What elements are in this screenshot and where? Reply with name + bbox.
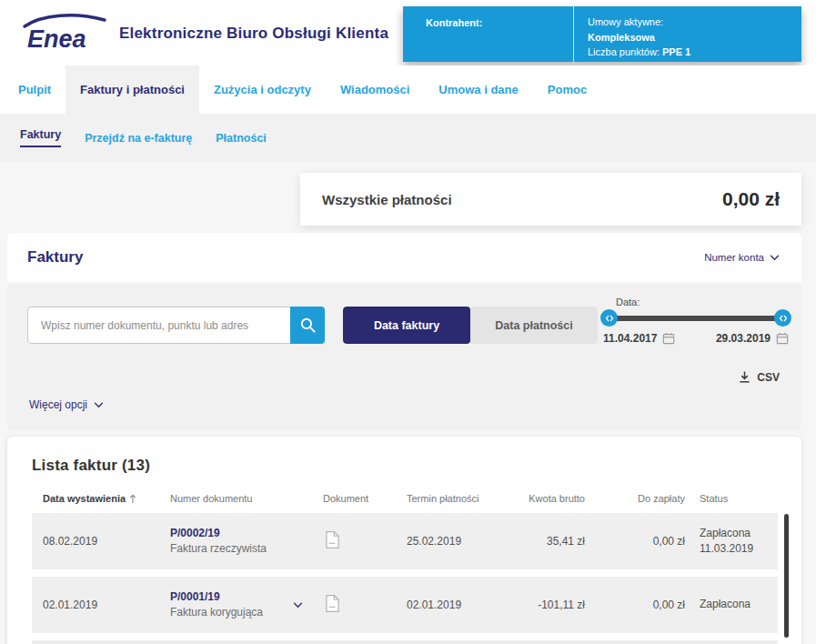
section-title: Faktury [27,248,83,267]
chevron-down-icon [94,402,104,408]
subnav-item-platnosci[interactable]: Płatności [216,132,267,145]
more-options-link[interactable]: Więcej opcji [29,398,104,411]
cell-doc-number: P/0002/19 Faktura rzeczywista [159,526,312,558]
app-title: Elektroniczne Biuro Obsługi Klienta [119,25,388,43]
logo-text: Enea [27,25,86,53]
cell-doc-number: P/0001/19 Faktura korygująca [159,589,312,621]
enea-logo[interactable]: Enea [20,12,111,57]
column-header-issue-date[interactable]: Data wystawienia [32,493,159,504]
nav-item-pomoc[interactable]: Pomoc [533,65,601,114]
list-scrollbar[interactable] [784,514,789,638]
search-input[interactable] [27,307,325,344]
date-type-toggle: Data faktury Data płatności [343,307,598,344]
contractor-label: Kontrahent: [403,6,573,62]
nav-item-pulpit[interactable]: Pulpit [4,65,65,114]
cell-to-pay: 0,00 zł [587,535,687,548]
table-row: 02.01.2019 P/0001/19 Faktura korygująca … [32,577,778,633]
slider-arrows-icon [605,315,614,322]
slider-dates: 11.04.2017 29.03.2019 [603,332,789,345]
calendar-icon[interactable] [662,332,675,345]
contract-info-box: Kontrahent: Umowy aktywne: Kompleksowa L… [403,6,801,62]
csv-download-link[interactable]: CSV [739,370,780,384]
toggle-invoice-date[interactable]: Data faktury [343,307,470,344]
contract-details: Umowy aktywne: Kompleksowa Liczba punktó… [573,6,801,62]
points-line: Liczba punktów: PPE 1 [588,45,801,60]
download-icon [739,370,751,384]
column-header-due-date: Termin płatności [396,493,514,504]
app-header: Enea Elektroniczne Biuro Obsługi Klienta… [0,0,816,65]
column-header-to-pay: Do zapłaty [587,493,687,504]
invoice-type-label: Faktura rzeczywista [170,541,312,557]
invoice-type-label: Faktura korygująca [170,605,293,620]
row-expand-chevron[interactable] [293,602,303,609]
table-row: 08.02.2019 P/0002/19 Faktura rzeczywista… [32,513,778,569]
nav-item-zuzycia-i-odczyty[interactable]: Zużycia i odczyty [199,65,326,114]
page: Enea Elektroniczne Biuro Obsługi Klienta… [0,0,816,644]
column-label: Data wystawienia [43,493,126,504]
invoices-section-header: Faktury Numer konta [7,233,801,282]
date-range-slider: Data: 11.04.2017 [603,297,789,345]
search-box [27,307,325,344]
date-to-value: 29.03.2019 [716,332,771,345]
cell-due-date: 25.02.2019 [396,535,514,548]
csv-label: CSV [757,371,780,384]
slider-handle-from[interactable] [600,309,618,327]
chevron-down-icon [770,255,780,261]
cell-gross: -101,11 zł [514,599,587,611]
column-header-gross: Kwota brutto [514,493,587,504]
table-row-partial [32,640,778,644]
subnav-item-faktury[interactable]: Faktury [20,128,61,147]
cell-to-pay: 0,00 zł [587,599,687,611]
subnav-item-e-faktura[interactable]: Przejdź na e-fakturę [85,132,192,145]
account-dropdown-label: Numer konta [704,252,764,263]
slider-arrows-icon [779,315,788,322]
status-date: 11.03.2019 [700,541,778,557]
filter-panel: Data faktury Data płatności Data: 11.04.… [7,284,801,430]
more-options-label: Więcej opcji [29,398,87,411]
invoice-number-link[interactable]: P/0001/19 [170,589,293,605]
account-number-dropdown[interactable]: Numer konta [704,252,780,263]
sub-nav: Faktury Przejdź na e-fakturę Płatności [0,114,816,162]
summary-amount: 0,00 zł [722,188,780,210]
column-header-status: Status [687,493,778,504]
date-from-item: 11.04.2017 [603,332,675,345]
date-label: Data: [616,297,789,307]
cell-document [312,530,396,553]
column-header-document: Dokument [312,493,396,504]
slider-track[interactable] [603,316,789,321]
nav-item-faktury-i-platnosci[interactable]: Faktury i płatności [65,65,199,114]
cell-issue-date: 02.01.2019 [32,599,159,611]
payments-summary-card: Wszystkie płatności 0,00 zł [300,173,801,226]
search-icon [299,317,317,334]
document-icon[interactable] [325,530,340,549]
nav-item-wiadomosci[interactable]: Wiadomości [326,65,424,114]
cell-gross: 35,41 zł [514,535,587,548]
contracts-label: Umowy aktywne: [588,15,801,30]
status-label: Zapłacona [700,526,778,541]
invoice-number-link[interactable]: P/0002/19 [170,526,312,541]
invoice-list-title: Lista faktur (13) [32,457,778,475]
column-header-doc-number: Numer dokumentu [159,493,312,504]
cell-document [312,594,396,617]
nav-item-umowa-i-dane[interactable]: Umowa i dane [424,65,532,114]
enea-logo-icon: Enea [20,12,111,54]
sort-ascending-icon [129,494,136,504]
table-header-row: Data wystawienia Numer dokumentu Dokumen… [32,489,778,508]
cell-status: Zapłacona 11.03.2019 [687,526,778,558]
document-icon[interactable] [325,594,340,613]
cell-issue-date: 08.02.2019 [32,535,159,548]
search-button[interactable] [290,307,325,344]
calendar-icon[interactable] [776,332,789,345]
summary-label: Wszystkie płatności [322,192,452,207]
status-label: Zapłacona [700,597,778,612]
chevron-down-icon [293,602,303,609]
date-to-item: 29.03.2019 [716,332,789,345]
date-from-value: 11.04.2017 [603,332,657,345]
slider-handle-to[interactable] [774,309,791,327]
main-nav: Pulpit Faktury i płatności Zużycia i odc… [0,65,816,114]
toggle-payment-date[interactable]: Data płatności [470,307,598,344]
cell-status: Zapłacona [687,597,778,612]
points-label: Liczba punktów: [588,46,660,57]
contract-type: Kompleksowa [588,30,801,45]
points-value: PPE 1 [662,46,690,57]
